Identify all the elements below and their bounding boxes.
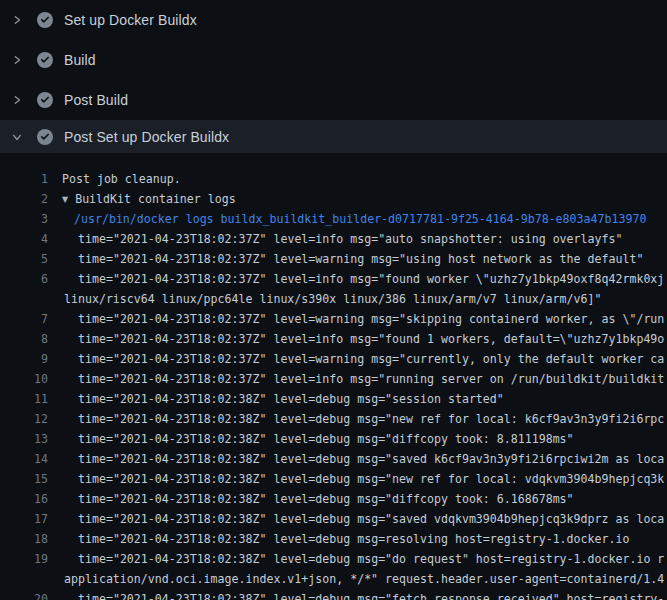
log-line: 15 time="2021-04-23T18:02:38Z" level=deb… (0, 469, 667, 489)
log-line: 8 time="2021-04-23T18:02:37Z" level=info… (0, 329, 667, 349)
log-line: 13 time="2021-04-23T18:02:38Z" level=deb… (0, 429, 667, 449)
log-line-text: /usr/bin/docker logs buildx_buildkit_bui… (74, 209, 646, 229)
log-line-number[interactable] (0, 569, 48, 589)
log-line-body: time="2021-04-23T18:02:37Z" level=info m… (78, 332, 664, 346)
log-line: application/vnd.oci.image.index.v1+json,… (0, 569, 667, 589)
log-line-text: application/vnd.oci.image.index.v1+json,… (64, 569, 664, 589)
log-line-body: BuildKit container logs (75, 192, 236, 206)
actions-log-viewer: Set up Docker Buildx Build Post Build (0, 0, 667, 600)
log-line-text: time="2021-04-23T18:02:37Z" level=info m… (78, 369, 664, 389)
log-line-number[interactable]: 19 (0, 549, 48, 569)
chevron-right-icon (12, 54, 22, 66)
log-line-number[interactable]: 7 (0, 309, 48, 329)
chevron-right-icon (12, 14, 22, 26)
log-line-text: time="2021-04-23T18:02:37Z" level=info m… (78, 269, 664, 289)
step-title: Post Build (64, 92, 128, 108)
step-row[interactable]: Post Set up Docker Buildx (0, 120, 667, 153)
log-line: 18 time="2021-04-23T18:02:38Z" level=deb… (0, 529, 667, 549)
log-line-text: linux/riscv64 linux/ppc64le linux/s390x … (64, 289, 601, 309)
log-line: 3 /usr/bin/docker logs buildx_buildkit_b… (0, 209, 667, 229)
log-line-text: time="2021-04-23T18:02:37Z" level=info m… (78, 329, 664, 349)
log-line: 4 time="2021-04-23T18:02:37Z" level=info… (0, 229, 667, 249)
log-line: 14 time="2021-04-23T18:02:38Z" level=deb… (0, 449, 667, 469)
log-line-text: time="2021-04-23T18:02:38Z" level=debug … (78, 409, 664, 429)
check-circle-icon (37, 92, 53, 108)
log-line-body: time="2021-04-23T18:02:38Z" level=debug … (78, 592, 664, 600)
log-line-number[interactable]: 10 (0, 369, 48, 389)
log-line-body: time="2021-04-23T18:02:37Z" level=warnin… (78, 252, 643, 266)
log-line: 1 Post job cleanup. (0, 169, 667, 189)
log-line-text: time="2021-04-23T18:02:37Z" level=info m… (78, 229, 622, 249)
log-line: 10 time="2021-04-23T18:02:37Z" level=inf… (0, 369, 667, 389)
check-circle-icon (37, 12, 53, 28)
log-line: 9 time="2021-04-23T18:02:37Z" level=warn… (0, 349, 667, 369)
log-line-text: time="2021-04-23T18:02:37Z" level=warnin… (78, 349, 664, 369)
step-row[interactable]: Build (0, 40, 667, 80)
check-circle-icon (37, 52, 53, 68)
log-line-number[interactable]: 12 (0, 409, 48, 429)
log-line-number[interactable]: 9 (0, 349, 48, 369)
log-line-text: time="2021-04-23T18:02:38Z" level=debug … (78, 509, 664, 529)
log-line-number[interactable] (0, 289, 48, 309)
step-row[interactable]: Set up Docker Buildx (0, 0, 667, 40)
step-title: Set up Docker Buildx (64, 12, 197, 28)
log-line-number[interactable]: 2 (0, 189, 48, 209)
log-line-number[interactable]: 15 (0, 469, 48, 489)
log-line-number[interactable]: 20 (0, 589, 48, 600)
log-line-text: time="2021-04-23T18:02:38Z" level=debug … (78, 389, 504, 409)
log-line-body: time="2021-04-23T18:02:38Z" level=debug … (78, 412, 664, 426)
log-line: 19 time="2021-04-23T18:02:38Z" level=deb… (0, 549, 667, 569)
log-line-body: Post job cleanup. (62, 172, 181, 186)
log-line-body: time="2021-04-23T18:02:38Z" level=debug … (78, 472, 664, 486)
log-line-number[interactable]: 11 (0, 389, 48, 409)
log-line: 11 time="2021-04-23T18:02:38Z" level=deb… (0, 389, 667, 409)
log-line: 16 time="2021-04-23T18:02:38Z" level=deb… (0, 489, 667, 509)
log-line-text: time="2021-04-23T18:02:38Z" level=debug … (78, 429, 574, 449)
log-line-body: time="2021-04-23T18:02:37Z" level=warnin… (78, 352, 664, 366)
log-line: 12 time="2021-04-23T18:02:38Z" level=deb… (0, 409, 667, 429)
step-title: Build (64, 52, 96, 68)
log-line: 6 time="2021-04-23T18:02:37Z" level=info… (0, 269, 667, 289)
log-line-body: time="2021-04-23T18:02:38Z" level=debug … (78, 512, 664, 526)
log-line-text: time="2021-04-23T18:02:38Z" level=debug … (78, 529, 629, 549)
log-line-body: /usr/bin/docker logs buildx_buildkit_bui… (74, 212, 646, 226)
log-line-number[interactable]: 3 (0, 209, 48, 229)
log-line-body: time="2021-04-23T18:02:37Z" level=info m… (78, 372, 664, 386)
log-line-text: time="2021-04-23T18:02:37Z" level=warnin… (78, 309, 664, 329)
log-line-number[interactable]: 14 (0, 449, 48, 469)
log-line-text: ▼BuildKit container logs (62, 189, 236, 209)
log-line-text: time="2021-04-23T18:02:38Z" level=debug … (78, 449, 664, 469)
log-line-body: time="2021-04-23T18:02:38Z" level=debug … (78, 552, 664, 566)
log-line-text: time="2021-04-23T18:02:37Z" level=warnin… (78, 249, 643, 269)
log-line-body: time="2021-04-23T18:02:38Z" level=debug … (78, 432, 574, 446)
log-line-number[interactable]: 1 (0, 169, 48, 189)
log-line-body: time="2021-04-23T18:02:37Z" level=warnin… (78, 312, 664, 326)
log-line-body: time="2021-04-23T18:02:37Z" level=info m… (78, 272, 664, 286)
log-output: 1 Post job cleanup. 2 ▼BuildKit containe… (0, 153, 667, 600)
log-line-body: time="2021-04-23T18:02:38Z" level=debug … (78, 452, 664, 466)
log-line-number[interactable]: 16 (0, 489, 48, 509)
log-line-body: application/vnd.oci.image.index.v1+json,… (64, 572, 664, 586)
log-line-body: time="2021-04-23T18:02:37Z" level=info m… (78, 232, 622, 246)
log-line-number[interactable]: 6 (0, 269, 48, 289)
log-line-number[interactable]: 18 (0, 529, 48, 549)
log-line: 20 time="2021-04-23T18:02:38Z" level=deb… (0, 589, 667, 600)
chevron-down-icon (12, 131, 22, 143)
log-line-body: time="2021-04-23T18:02:38Z" level=debug … (78, 532, 629, 546)
log-line: 17 time="2021-04-23T18:02:38Z" level=deb… (0, 509, 667, 529)
log-line-number[interactable]: 13 (0, 429, 48, 449)
step-list: Set up Docker Buildx Build Post Build (0, 0, 667, 153)
log-line-text: Post job cleanup. (62, 169, 181, 189)
log-group-toggle-icon[interactable]: ▼ (62, 190, 68, 210)
log-line-text: time="2021-04-23T18:02:38Z" level=debug … (78, 469, 664, 489)
log-line-number[interactable]: 17 (0, 509, 48, 529)
step-row[interactable]: Post Build (0, 80, 667, 120)
log-line-number[interactable]: 5 (0, 249, 48, 269)
log-line-number[interactable]: 8 (0, 329, 48, 349)
log-line-number[interactable]: 4 (0, 229, 48, 249)
log-line: linux/riscv64 linux/ppc64le linux/s390x … (0, 289, 667, 309)
log-line: 2 ▼BuildKit container logs (0, 189, 667, 209)
log-line: 5 time="2021-04-23T18:02:37Z" level=warn… (0, 249, 667, 269)
log-line-text: time="2021-04-23T18:02:38Z" level=debug … (78, 489, 574, 509)
log-line-body: linux/riscv64 linux/ppc64le linux/s390x … (64, 292, 601, 306)
